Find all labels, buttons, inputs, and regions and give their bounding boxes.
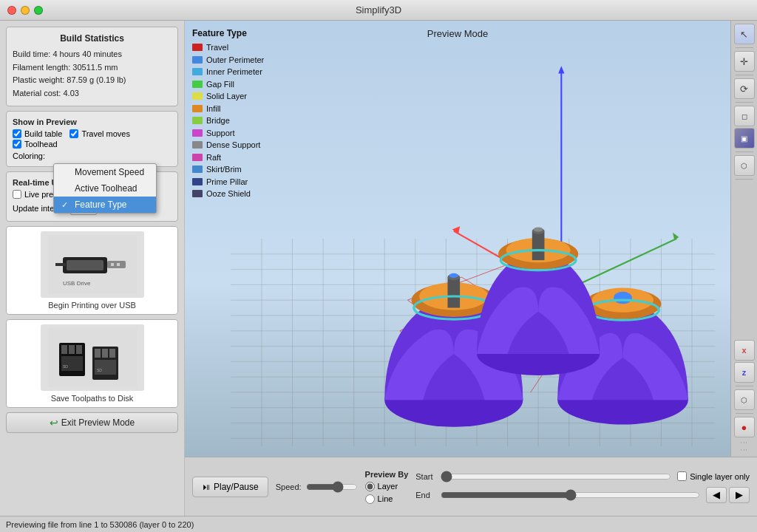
gap-fill-swatch (192, 81, 203, 88)
dense-support-label: Dense Support (206, 139, 260, 151)
main-area: Build Statistics Build time: 4 hours 40 … (0, 21, 757, 516)
wireframe-button[interactable]: ⬡ (734, 155, 755, 176)
axis-x-button[interactable]: x (734, 340, 755, 361)
status-bar: Previewing file from line 1 to 530086 (l… (0, 516, 757, 532)
toolhead-checkbox[interactable] (13, 140, 21, 149)
travel-moves-checkbox[interactable] (69, 129, 78, 138)
single-layer-checkbox[interactable] (677, 471, 687, 481)
svg-text:USB Drive: USB Drive (63, 280, 91, 287)
info-button[interactable]: ● (734, 417, 755, 437)
active-toolhead-label: Active Toolhead (75, 183, 138, 194)
svg-rect-12 (76, 345, 82, 354)
single-layer-label: Single layer only (690, 472, 750, 481)
usb-label: Begin Printing over USB (48, 301, 136, 310)
coloring-dropdown[interactable]: Movement Speed Active Toolhead ✓ Feature… (53, 163, 157, 214)
start-label: Start (415, 472, 436, 481)
axis-z-button[interactable]: z (734, 362, 755, 383)
movement-speed-label: Movement Speed (75, 167, 144, 177)
legend-raft: Raft (192, 151, 264, 164)
plastic-weight: Plastic weight: 87.59 g (0.19 lb) (13, 74, 172, 87)
svg-rect-2 (67, 260, 103, 270)
speed-slider[interactable] (306, 481, 358, 493)
single-layer-row: Single layer only (677, 471, 750, 481)
legend-solid-layer: Solid Layer (192, 90, 264, 103)
svg-rect-6 (117, 263, 120, 266)
legend-support: Support (192, 127, 264, 140)
coloring-label: Coloring: (13, 151, 45, 160)
zoom-tool-button[interactable]: ⟳ (734, 78, 755, 99)
title-bar: Simplify3D (0, 0, 757, 21)
svg-rect-4 (55, 263, 66, 266)
next-button[interactable]: ▶ (729, 487, 750, 503)
travel-moves-label: Travel moves (81, 129, 130, 138)
movement-speed-option[interactable]: Movement Speed (54, 164, 156, 180)
infill-swatch (192, 105, 203, 112)
exit-preview-button[interactable]: ↩ Exit Preview Mode (6, 412, 178, 433)
viewport-3d[interactable]: Feature Type Travel Outer Perimeter Inne… (185, 21, 730, 457)
prev-button[interactable]: ◀ (706, 487, 727, 503)
svg-marker-50 (558, 66, 564, 73)
speed-row: Speed: (276, 481, 358, 493)
line-radio[interactable] (365, 494, 375, 504)
build-table-row: Build table Travel moves (13, 129, 172, 138)
preview-by-label: Preview By (365, 470, 409, 479)
select-tool-button[interactable]: ↖ (734, 24, 755, 44)
svg-rect-5 (111, 263, 114, 266)
build-table-checkbox[interactable] (13, 129, 21, 138)
build-time: Build time: 4 hours 40 minutes (13, 48, 172, 61)
svg-rect-13 (61, 356, 83, 371)
line-radio-row: Line (365, 494, 409, 504)
legend-infill: Infill (192, 103, 264, 115)
solid-layer-label: Solid Layer (206, 90, 247, 103)
legend-title: Feature Type (192, 28, 264, 38)
bridge-label: Bridge (206, 115, 230, 127)
support-swatch (192, 129, 203, 137)
svg-text:SD: SD (63, 364, 68, 369)
start-slider[interactable] (441, 471, 671, 482)
legend-dense-support: Dense Support (192, 139, 264, 151)
outer-perimeter-label: Outer Perimeter (206, 54, 264, 66)
usb-card[interactable]: USB Drive Begin Printing over USB (6, 226, 178, 315)
ooze-shield-swatch (192, 190, 203, 197)
minimize-button[interactable] (21, 6, 30, 15)
raft-label: Raft (206, 151, 221, 164)
move-tool-button[interactable]: ✛ (734, 51, 755, 72)
feature-type-option[interactable]: ✓ Feature Type (54, 197, 156, 213)
toolbar-separator-4 (736, 151, 753, 152)
inner-perimeter-swatch (192, 68, 203, 75)
status-text: Previewing file from line 1 to 530086 (l… (6, 520, 194, 529)
ooze-shield-label: Ooze Shield (206, 188, 251, 200)
volcano-top (477, 227, 600, 375)
travel-label: Travel (206, 41, 228, 54)
toolbar-separator-1 (736, 47, 753, 48)
play-pause-button[interactable]: ⏯ Play/Pause (192, 477, 268, 497)
active-toolhead-option[interactable]: Active Toolhead (54, 180, 156, 197)
svg-point-72 (534, 227, 543, 231)
toolbar-separator-2 (736, 75, 753, 75)
right-toolbar: ↖ ✛ ⟳ ◻ ▣ ⬡ x z ⬡ ● ⋮⋮ (730, 21, 757, 457)
fit-view-button[interactable]: ◻ (734, 106, 755, 126)
dense-support-swatch (192, 141, 203, 149)
layer-radio[interactable] (365, 482, 375, 491)
svg-point-60 (449, 273, 458, 278)
close-button[interactable] (7, 6, 16, 15)
sd-card[interactable]: SD SD Save Toolpaths to Disk (6, 319, 178, 408)
window-controls[interactable] (7, 6, 43, 15)
line-radio-label: Line (378, 494, 393, 503)
raft-swatch (192, 154, 203, 161)
play-pause-label: Play/Pause (214, 482, 259, 492)
iso-view-button[interactable]: ⬡ (734, 389, 755, 410)
feature-type-check: ✓ (61, 200, 70, 210)
live-preview-checkbox[interactable] (13, 190, 21, 199)
svg-rect-58 (447, 277, 460, 308)
build-statistics-section: Build Statistics Build time: 4 hours 40 … (6, 27, 178, 106)
end-slider[interactable] (441, 489, 700, 501)
build-statistics-title: Build Statistics (13, 33, 172, 44)
svg-point-65 (614, 292, 632, 304)
solid-view-button[interactable]: ▣ (734, 128, 755, 149)
svg-rect-11 (69, 345, 75, 354)
feature-legend: Feature Type Travel Outer Perimeter Inne… (192, 28, 264, 200)
end-slider-row: End (415, 489, 700, 501)
prime-pillar-label: Prime Pillar (206, 176, 248, 188)
maximize-button[interactable] (34, 6, 43, 15)
